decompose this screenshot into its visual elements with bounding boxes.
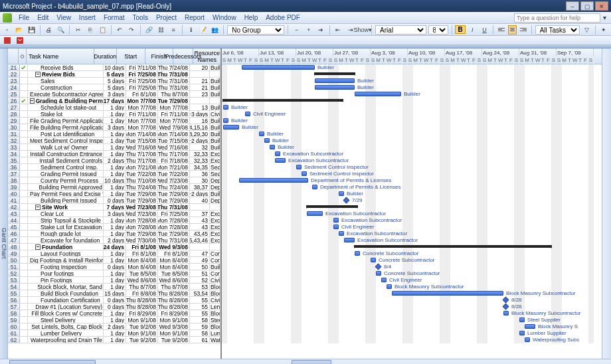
- table-row[interactable]: 23 Sales 5 days Fri 7/25/08 Thu 7/31/08 …: [8, 78, 220, 84]
- pdf-icon[interactable]: [2, 35, 13, 46]
- milestone[interactable]: [375, 264, 382, 270]
- table-row[interactable]: 40 Pay Permit Fees and Excise Taxe 1 day…: [8, 191, 220, 197]
- task-bar[interactable]: [355, 92, 401, 96]
- task-bar[interactable]: [270, 145, 275, 149]
- table-row[interactable]: 53 Pin Footings 1 day Wed 8/6/08 Wed 8/6…: [8, 277, 220, 284]
- help-dropdown-icon[interactable]: ▾: [600, 14, 608, 21]
- group-select[interactable]: No Group: [227, 25, 284, 35]
- cut-icon[interactable]: ✂: [73, 25, 83, 35]
- horizontal-scrollbar[interactable]: [0, 359, 611, 364]
- task-bar[interactable]: [387, 284, 392, 289]
- col-id[interactable]: [8, 48, 19, 64]
- table-row[interactable]: 56 Foundation Certification 0 days Thu 8…: [8, 297, 220, 304]
- table-row[interactable]: 41 Building Permit Issued 0 days Tue 7/2…: [8, 197, 220, 204]
- task-bar[interactable]: [242, 65, 315, 70]
- menu-edit[interactable]: Edit: [33, 14, 52, 21]
- table-row[interactable]: 36 Sediment Control Insp. 1 day Mon 7/21…: [8, 164, 220, 171]
- task-bar[interactable]: [302, 171, 307, 176]
- table-row[interactable]: 55 Build Block Foundation 15 days Fri 8/…: [8, 290, 220, 297]
- task-bar[interactable]: [312, 185, 317, 189]
- task-bar[interactable]: [239, 178, 308, 183]
- outline-toggle[interactable]: −: [35, 205, 41, 210]
- table-row[interactable]: 31 Post Lot Identification 1 day Mon 7/1…: [8, 131, 220, 137]
- info-icon[interactable]: ℹ: [186, 25, 196, 35]
- menu-tools[interactable]: Tools: [129, 14, 152, 21]
- help-search-input[interactable]: [514, 13, 600, 23]
- task-bar[interactable]: [259, 132, 264, 136]
- view-tab-gantt[interactable]: Gantt Chart: [0, 48, 8, 359]
- undo-icon[interactable]: ↶: [115, 25, 125, 35]
- preview-icon[interactable]: 🔍: [56, 25, 66, 35]
- underline-button[interactable]: U: [480, 25, 489, 35]
- note-icon[interactable]: 📝: [198, 25, 208, 35]
- task-bar[interactable]: [223, 105, 228, 110]
- task-bar[interactable]: [344, 238, 355, 242]
- table-row[interactable]: 62 Waterproofing and Drain Tile 1 day Tu…: [8, 337, 220, 343]
- outline-toggle[interactable]: −: [35, 244, 41, 250]
- task-bar[interactable]: [519, 318, 525, 322]
- table-row[interactable]: 39 Building Permit Approved 1 day Thu 7/…: [8, 184, 220, 191]
- table-row[interactable]: 24 Construction 5 days Fri 7/25/08 Thu 7…: [8, 84, 220, 91]
- task-bar[interactable]: [525, 337, 530, 342]
- table-row[interactable]: 44 Strip Topsoil & Stockpile 1 day Mon 7…: [8, 217, 220, 224]
- table-row[interactable]: 29 File Grading Permit Application 1 day…: [8, 118, 220, 124]
- menu-report[interactable]: Report: [181, 14, 209, 21]
- milestone[interactable]: [503, 304, 509, 310]
- vertical-scrollbar[interactable]: [602, 48, 611, 359]
- table-row[interactable]: 61 Lumber Delivery 1 day Mon 9/1/08 Mon …: [8, 330, 220, 337]
- align-left-button[interactable]: [497, 25, 506, 35]
- task-bar[interactable]: [503, 311, 509, 316]
- zoom-out-icon[interactable]: −: [292, 25, 302, 35]
- assign-icon[interactable]: 👥: [210, 25, 220, 35]
- align-right-button[interactable]: [519, 25, 528, 35]
- task-bar[interactable]: [264, 138, 270, 143]
- task-bar[interactable]: [333, 225, 339, 229]
- task-bar[interactable]: [339, 231, 344, 236]
- wizard-icon[interactable]: ✦: [599, 25, 609, 35]
- task-bar[interactable]: [376, 271, 381, 276]
- menu-window[interactable]: Window: [209, 14, 240, 21]
- table-row[interactable]: 49 Layout Footings 1 day Fri 8/1/08 Fri …: [8, 250, 220, 257]
- task-bar[interactable]: [245, 112, 250, 116]
- col-pred[interactable]: Predecessors: [173, 48, 193, 64]
- save-icon[interactable]: 💾: [26, 25, 36, 35]
- task-bar[interactable]: [275, 158, 286, 163]
- task-bar[interactable]: [223, 118, 228, 123]
- menu-project[interactable]: Project: [152, 14, 181, 21]
- table-row[interactable]: 50 Dig Footings & Install Reinforcing 1 …: [8, 257, 220, 264]
- task-bar[interactable]: [315, 85, 355, 90]
- task-bar[interactable]: [339, 191, 344, 196]
- menu-format[interactable]: Format: [100, 14, 129, 21]
- table-row[interactable]: 26 −Grading & Building Permits 17 days M…: [8, 98, 220, 104]
- menu-insert[interactable]: Insert: [75, 14, 100, 21]
- copy-icon[interactable]: ⎘: [85, 25, 95, 35]
- bold-button[interactable]: B: [455, 25, 465, 34]
- summary-bar[interactable]: [315, 72, 355, 75]
- table-row[interactable]: 46 Rough grade lot 1 day Tue 7/29/08 Tue…: [8, 230, 220, 237]
- task-bar[interactable]: [333, 218, 339, 223]
- task-bar[interactable]: [275, 151, 280, 156]
- col-duration[interactable]: Duration: [94, 48, 117, 64]
- table-row[interactable]: 21 Receive Bids 10 days Fri 7/11/08 Thu …: [8, 64, 220, 71]
- table-row[interactable]: 25 Execute Subcontractor Agreeme 3 days …: [8, 91, 220, 98]
- table-row[interactable]: 52 Pour footings 1 day Tue 8/5/08 Tue 8/…: [8, 270, 220, 277]
- table-row[interactable]: 22 −Review Bids 5 days Fri 7/25/08 Thu 7…: [8, 71, 220, 78]
- open-icon[interactable]: 📂: [14, 25, 24, 35]
- pdf-mail-icon[interactable]: [15, 35, 25, 46]
- table-row[interactable]: 57 Draw #1 (Location Survey) 0 days Thu …: [8, 304, 220, 310]
- table-row[interactable]: 27 Schedule lot stake-out 1 day Mon 7/7/…: [8, 104, 220, 111]
- table-row[interactable]: 47 Excavate for foundation 2 days Wed 7/…: [8, 237, 220, 244]
- table-row[interactable]: 60 Set Lintels, Bolts, Cap Block 2 days …: [8, 323, 220, 330]
- link-icon[interactable]: 🔗: [144, 25, 154, 35]
- menu-help[interactable]: Help: [240, 14, 262, 21]
- task-bar[interactable]: [525, 324, 535, 329]
- table-row[interactable]: 59 Steel Delivery 1 day Mon 9/1/08 Mon 9…: [8, 317, 220, 323]
- new-icon[interactable]: ▫: [2, 25, 12, 35]
- table-row[interactable]: 28 Stake lot 1 day Fri 7/11/08 Fri 7/11/…: [8, 111, 220, 118]
- col-res[interactable]: Resource Names: [193, 48, 220, 64]
- table-row[interactable]: 58 Fill Block Cores w/ Concrete 1 day Fr…: [8, 310, 220, 317]
- fontsize-select[interactable]: 8: [428, 25, 448, 35]
- table-row[interactable]: 38 County Permit Process 10 days Thu 7/1…: [8, 177, 220, 184]
- table-row[interactable]: 33 Walk Lot w/ Owner 1 day Wed 7/16/08 W…: [8, 144, 220, 151]
- filter-select[interactable]: All Tasks: [535, 25, 580, 35]
